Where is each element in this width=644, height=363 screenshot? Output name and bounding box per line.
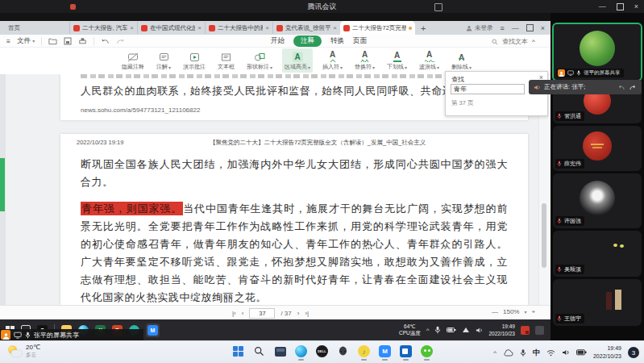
browser-tab-active[interactable]: 二十大报告72页完整版全... bbox=[340, 21, 415, 35]
save-icon[interactable] bbox=[64, 37, 72, 45]
cpu-temp-widget[interactable]: 64℃CPU温度 bbox=[399, 323, 421, 336]
participant-tile[interactable]: 薛宪伟 bbox=[553, 126, 642, 171]
tool-replace-mark[interactable]: A 替换符▾ bbox=[352, 48, 377, 73]
collapse-chevron-icon[interactable]: ^ bbox=[532, 38, 535, 45]
mic-icon[interactable] bbox=[434, 326, 441, 334]
local-clock[interactable]: 19:492022/10/23 bbox=[593, 344, 621, 361]
music-app-icon[interactable]: ♪ bbox=[356, 344, 372, 359]
participant-name: 薛宪伟 bbox=[564, 160, 581, 168]
tool-strikethrough[interactable]: A 删除线▾ bbox=[449, 48, 474, 73]
shared-clock[interactable]: 19:492022/10/23 bbox=[488, 323, 515, 337]
speaker-icon[interactable] bbox=[476, 327, 483, 334]
tool-underline[interactable]: A 下划线▾ bbox=[384, 48, 409, 73]
browser-minimize-button[interactable]: — bbox=[512, 24, 519, 32]
tab-close-icon[interactable]: × bbox=[265, 24, 269, 31]
alienware-icon[interactable] bbox=[335, 344, 351, 359]
edge-browser-icon[interactable] bbox=[293, 344, 309, 359]
start-button[interactable] bbox=[231, 344, 246, 359]
zoom-out-button[interactable]: — bbox=[492, 308, 498, 315]
browser-menu-icon[interactable]: ≡ bbox=[500, 24, 504, 32]
scrollbar-thumb[interactable] bbox=[542, 203, 546, 268]
zoom-level[interactable]: 150% bbox=[503, 308, 519, 315]
meeting-app-active[interactable]: M bbox=[146, 323, 160, 337]
participant-name: 吴顺溪 bbox=[564, 265, 581, 273]
speaker-icon[interactable] bbox=[562, 348, 570, 357]
find-text-control[interactable]: 查找文本 ^ bbox=[492, 37, 535, 46]
outlook-icon[interactable] bbox=[398, 344, 413, 359]
tab-close-icon[interactable]: × bbox=[197, 24, 202, 31]
notification-icon[interactable] bbox=[521, 326, 530, 335]
search-button[interactable] bbox=[251, 344, 267, 359]
tool-hide-comments[interactable]: 隐藏注释 bbox=[119, 48, 147, 73]
tencent-meeting-icon[interactable]: M bbox=[377, 344, 393, 359]
wifi-icon[interactable] bbox=[546, 349, 555, 357]
browser-tab[interactable]: 二十大报告, 汽车人必读... × bbox=[69, 22, 137, 34]
hamburger-menu-icon[interactable]: ≡ bbox=[6, 37, 10, 45]
window-maximize-button[interactable] bbox=[617, 3, 624, 10]
participant-tile[interactable]: 许国强 bbox=[553, 173, 642, 228]
tool-text-box[interactable]: 文本框 bbox=[215, 48, 237, 73]
battery-icon[interactable] bbox=[447, 327, 456, 333]
undo-icon[interactable] bbox=[101, 37, 110, 45]
caret-down-icon: ▾ bbox=[270, 65, 272, 70]
ribbon-tab-start[interactable]: 开始 bbox=[271, 36, 285, 46]
recording-indicator-icon bbox=[70, 4, 76, 10]
ribbon-tab-page[interactable]: 页面 bbox=[353, 36, 367, 46]
tool-insert-caret[interactable]: A 插入符▾ bbox=[320, 48, 345, 73]
page-number-input[interactable] bbox=[249, 308, 275, 319]
mic-icon[interactable] bbox=[520, 348, 526, 357]
tab-close-icon[interactable]: × bbox=[333, 24, 337, 31]
screen-share-banner[interactable]: 张平的屏幕共享 bbox=[0, 329, 143, 340]
ribbon-tab-convert[interactable]: 转换 bbox=[330, 36, 344, 46]
tool-shape-annotation[interactable]: 形状标注▾ bbox=[244, 48, 275, 73]
last-page-button[interactable]: ›| bbox=[305, 310, 309, 317]
tab-close-icon[interactable]: × bbox=[130, 24, 134, 31]
tool-presentation-note[interactable]: 演示批注 bbox=[181, 48, 208, 73]
notification-count-badge[interactable]: 3 bbox=[628, 347, 639, 358]
window-minimize-button[interactable]: — bbox=[599, 2, 606, 10]
participant-tile-sharer[interactable]: 张平的屏幕共享 bbox=[552, 23, 642, 81]
first-page-button[interactable]: |‹ bbox=[232, 310, 236, 317]
login-status[interactable]: 未登录 bbox=[466, 24, 493, 32]
ime-indicator[interactable]: 中 bbox=[533, 348, 540, 358]
window-close-button[interactable]: × bbox=[634, 2, 638, 10]
open-folder-icon[interactable] bbox=[48, 37, 57, 45]
tool-note[interactable]: 注解▾ bbox=[154, 48, 173, 73]
new-tab-button[interactable]: + bbox=[421, 23, 426, 33]
meeting-window: 腾讯会议 — × 首页 二十大报告, 汽车人必读... × 在中国式现代化的伟大… bbox=[0, 0, 644, 363]
cloud-icon[interactable] bbox=[503, 349, 513, 357]
weather-desc: 多云 bbox=[26, 351, 40, 358]
hidden-icons-chevron[interactable]: ^ bbox=[493, 349, 497, 357]
hidden-icons-chevron[interactable]: ^ bbox=[426, 327, 430, 334]
network-icon[interactable] bbox=[462, 327, 470, 333]
reply-arrow-icon[interactable] bbox=[617, 84, 625, 90]
battery-icon[interactable] bbox=[576, 349, 587, 356]
forward-arrow-icon[interactable] bbox=[629, 84, 637, 90]
dell-app-icon[interactable]: DELL bbox=[314, 344, 330, 359]
file-menu[interactable]: 文件 ▾ bbox=[17, 36, 35, 46]
tab-home[interactable]: 首页 bbox=[0, 24, 69, 32]
wechat-icon[interactable] bbox=[419, 344, 434, 359]
tool-area-highlight[interactable]: A 区域高亮▾ bbox=[282, 48, 313, 73]
monitor-icon bbox=[14, 332, 22, 339]
caret-down-icon[interactable]: ▾ bbox=[524, 309, 526, 315]
next-page-button[interactable]: › bbox=[297, 310, 300, 317]
browser-close-button[interactable]: × bbox=[541, 24, 545, 32]
browser-tab[interactable]: 在中国式现代化的伟大进... × bbox=[137, 22, 205, 34]
redo-icon[interactable] bbox=[116, 37, 125, 45]
participant-tile[interactable]: 吴顺溪 bbox=[553, 231, 642, 277]
ribbon-tab-annotate-active[interactable]: 注释 bbox=[293, 35, 322, 47]
fullscreen-icon[interactable] bbox=[434, 3, 442, 11]
participant-tile[interactable]: 王德宇 bbox=[553, 279, 642, 326]
browser-maximize-button[interactable] bbox=[526, 24, 534, 31]
weather-widget[interactable]: 20℃ 多云 bbox=[8, 344, 40, 358]
find-input[interactable] bbox=[451, 84, 525, 94]
tool-squiggly-line[interactable]: A 波浪线▾ bbox=[417, 48, 442, 73]
prev-page-button[interactable]: ‹ bbox=[242, 310, 244, 317]
print-icon[interactable] bbox=[78, 37, 87, 45]
file-explorer-icon[interactable] bbox=[272, 344, 288, 359]
browser-tab[interactable]: 二十大报告中的新表述新... × bbox=[205, 22, 272, 34]
show-desktop-icon[interactable] bbox=[535, 326, 544, 335]
zoom-in-button[interactable]: + bbox=[531, 308, 535, 315]
browser-tab[interactable]: 党代表说_徐留平：为建... × bbox=[272, 22, 340, 34]
